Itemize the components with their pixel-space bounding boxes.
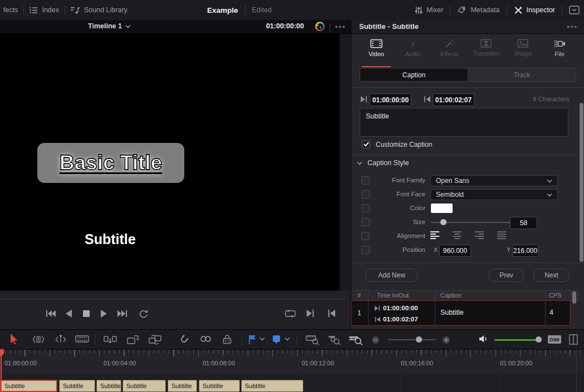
trim-edit-mode-tool[interactable] — [32, 335, 45, 344]
volume-slider-handle[interactable] — [536, 336, 542, 343]
go-to-last-frame-button[interactable] — [117, 310, 127, 317]
next-button[interactable]: Next — [533, 269, 570, 282]
table-scrollbar[interactable] — [572, 291, 576, 304]
tab-file[interactable]: File — [541, 34, 578, 66]
panel-toggle-button[interactable] — [569, 6, 580, 14]
inspector-scrollbar[interactable] — [580, 103, 583, 262]
marker-dropdown-chevron[interactable] — [284, 337, 290, 341]
subtitle-clip[interactable]: Subtitle — [241, 380, 303, 392]
position-x-field[interactable]: 960.000 — [439, 245, 471, 257]
effects-library-label: fects — [3, 6, 18, 14]
subtitle-clip[interactable]: Subtitle — [122, 380, 166, 392]
subtitle-track[interactable]: Subtitle Subtitle Subtitle Subtitle Subt… — [0, 375, 584, 392]
segment-caption[interactable]: Caption — [360, 68, 468, 81]
dynamic-trim-mode-tool[interactable] — [55, 335, 67, 344]
color-swatch[interactable] — [431, 204, 453, 213]
chevron-down-icon — [357, 161, 362, 165]
insert-clip-tool[interactable] — [104, 335, 117, 345]
loop-range-icon[interactable] — [285, 310, 296, 317]
zoom-detail-tool[interactable] — [328, 335, 341, 345]
mixer-button[interactable]: Mixer — [415, 6, 444, 14]
font-face-dropdown[interactable]: Semibold — [430, 189, 558, 200]
timeline-selector[interactable]: Timeline 1 — [88, 22, 131, 30]
size-value-field[interactable]: 58 — [510, 217, 537, 229]
align-justify-button[interactable] — [497, 231, 507, 239]
font-face-override-checkbox[interactable] — [361, 190, 370, 199]
marker-tool[interactable] — [272, 335, 281, 344]
step-back-button[interactable] — [66, 310, 72, 317]
timeline-zoom-slider[interactable] — [388, 339, 436, 340]
size-override-checkbox[interactable] — [361, 218, 370, 226]
playhead[interactable] — [1, 349, 2, 392]
linked-selection-tool[interactable] — [200, 335, 212, 343]
align-center-button[interactable] — [453, 231, 462, 239]
effects-library-button[interactable]: fects — [3, 6, 18, 14]
zoom-full-extent-tool[interactable] — [306, 335, 320, 345]
size-slider-handle[interactable] — [440, 219, 446, 225]
position-lock-tool[interactable] — [222, 335, 233, 344]
audio-monitor-speaker-icon[interactable] — [479, 335, 488, 343]
alignment-override-checkbox[interactable] — [361, 232, 370, 240]
customize-caption-checkbox[interactable] — [362, 140, 370, 148]
font-family-value: Open Sans — [436, 177, 469, 185]
caption-table-row-selected[interactable]: 1 01:00:00:00 01:00:02:07 Subtitle 4 — [351, 300, 571, 326]
inspector-button[interactable]: Inspector — [514, 6, 555, 14]
zoom-out-button[interactable] — [372, 336, 379, 344]
index-button[interactable]: Index — [30, 6, 59, 14]
size-label: Size — [374, 219, 425, 225]
caption-in-timecode-field[interactable]: 01:00:00:00 — [370, 93, 411, 106]
go-to-first-frame-button[interactable] — [46, 310, 56, 317]
caption-style-section-header[interactable]: Caption Style — [357, 159, 409, 167]
davinci-resolve-app: fects Index Sound Library Example Edited — [0, 0, 584, 392]
align-left-button[interactable] — [430, 231, 440, 239]
replace-clip-tool[interactable] — [148, 335, 163, 345]
caption-text-area[interactable]: Subtitle — [360, 108, 568, 137]
subtitle-clip[interactable]: Subtitle — [199, 380, 240, 392]
subtitle-clip-selected[interactable]: Subtitle — [0, 380, 57, 392]
flag-dropdown-chevron[interactable] — [259, 337, 265, 341]
subtitle-clip[interactable]: Subtitle — [168, 380, 197, 392]
viewer-options-menu[interactable]: ••• — [335, 22, 346, 31]
position-y-field[interactable]: 216.000 — [512, 245, 538, 257]
resolve-ai-icon[interactable]: ++ — [315, 22, 325, 31]
video-preview[interactable]: Basic Title Subtitle — [0, 33, 340, 291]
align-right-button[interactable] — [475, 231, 484, 239]
position-override-checkbox[interactable] — [361, 246, 370, 254]
snapping-magnet-tool[interactable] — [178, 335, 189, 345]
subtitle-clip[interactable]: Subtitle — [59, 380, 95, 392]
timeline-ruler[interactable]: 01:00:00:00 01:00:04:00 01:00:08:00 01:0… — [0, 349, 584, 375]
tab-transition[interactable]: Transition — [468, 34, 504, 66]
custom-zoom-tool[interactable] — [349, 335, 363, 345]
stop-button[interactable] — [83, 310, 90, 317]
font-family-dropdown[interactable]: Open Sans — [430, 175, 558, 186]
previous-edit-icon[interactable] — [328, 310, 335, 317]
subtitle-clip[interactable]: Subtitle — [96, 380, 121, 392]
volume-slider[interactable] — [494, 339, 542, 341]
character-count: 8 Characters — [533, 96, 570, 102]
razor-edit-mode-tool[interactable] — [75, 335, 89, 343]
sound-library-button[interactable]: Sound Library — [71, 6, 127, 14]
selection-mode-tool[interactable] — [10, 334, 18, 344]
timeline-view-options-icon[interactable] — [569, 334, 578, 345]
divider — [562, 6, 562, 14]
segment-track[interactable]: Track — [468, 68, 576, 81]
flag-tool[interactable] — [248, 335, 256, 344]
metadata-button[interactable]: Metadata — [457, 6, 499, 14]
font-family-override-checkbox[interactable] — [361, 176, 370, 185]
color-override-checkbox[interactable] — [361, 204, 370, 212]
tab-video[interactable]: Video — [358, 34, 395, 66]
play-button[interactable] — [101, 310, 107, 317]
tab-effects[interactable]: Effects — [431, 34, 468, 66]
prev-button[interactable]: Prev — [489, 269, 524, 282]
inspector-options-menu[interactable]: ••• — [567, 22, 578, 31]
timeline-zoom-handle[interactable] — [416, 336, 422, 343]
tab-image[interactable]: Image — [504, 34, 541, 66]
zoom-in-button[interactable] — [443, 336, 450, 344]
loop-playback-button[interactable] — [139, 310, 149, 319]
next-edit-icon[interactable] — [307, 310, 314, 317]
dim-audio-button[interactable]: DIM — [548, 335, 561, 344]
overwrite-clip-tool[interactable] — [126, 335, 139, 345]
tab-audio[interactable]: ♪ Audio — [395, 34, 431, 66]
caption-out-timecode-field[interactable]: 01:00:02:07 — [433, 93, 474, 106]
add-new-button[interactable]: Add New — [365, 269, 418, 282]
